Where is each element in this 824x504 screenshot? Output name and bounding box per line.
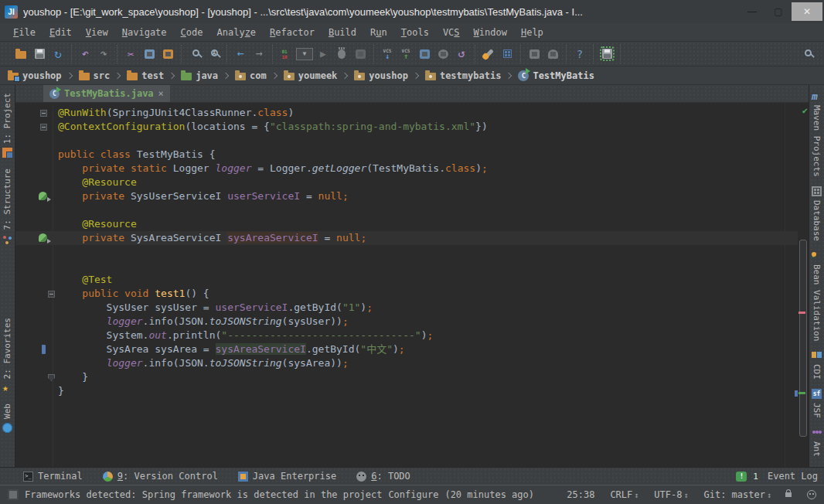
code-line[interactable]: @Resource (15, 217, 798, 231)
code-line[interactable]: @RunWith(SpringJUnit4ClassRunner.class) (15, 106, 798, 120)
tab-testmybatis[interactable]: C TestMyBatis.java × (43, 85, 170, 102)
breadcrumb-testmybatis[interactable]: testmybatis (424, 70, 502, 81)
open-button[interactable] (12, 45, 30, 63)
tool-stripe-1-project[interactable]: 1: Project (2, 93, 12, 158)
tool-stripe-database[interactable]: Database (812, 186, 822, 241)
code-area[interactable]: @RunWith(SpringJUnit4ClassRunner.class)@… (15, 103, 798, 467)
breadcrumb-TestMyBatis[interactable]: CTestMyBatis (516, 70, 595, 81)
event-log-button[interactable]: !1Event Log (736, 471, 818, 482)
synchronize-button[interactable]: ↻ (49, 45, 67, 63)
tool-stripe-web[interactable]: Web (2, 404, 12, 433)
menu-code[interactable]: Code (174, 26, 210, 39)
menu-vcs[interactable]: VCS (436, 26, 467, 39)
back-button[interactable]: ← (231, 45, 250, 63)
copy-button[interactable] (140, 45, 158, 63)
line-separator-widget[interactable]: CRLF↕ (610, 489, 638, 500)
code-line[interactable]: System.out.println("--------------------… (15, 329, 798, 342)
toolwindow-button-6-todo[interactable]: 6: TODO (356, 471, 410, 482)
code-line[interactable]: logger.info(JSON.toJSONString(sysArea)); (15, 356, 798, 370)
toolwindow-button-9-version-control[interactable]: 9: Version Control (103, 471, 218, 482)
encoding-widget[interactable]: UTF-8↕ (654, 489, 688, 500)
toolwindow-button-terminal[interactable]: >_Terminal (23, 471, 83, 482)
tool-stripe-cdi[interactable]: CDI (812, 350, 822, 380)
tool-stripe-bean-validation[interactable]: ✓Bean Validation (812, 250, 822, 341)
code-line[interactable]: logger.info(JSON.toJSONString(sysUser)); (15, 315, 798, 329)
redo-button[interactable]: ↷ (94, 45, 113, 63)
toolwindow-button-java-enterprise[interactable]: Java Enterprise (238, 471, 336, 482)
menu-view[interactable]: View (79, 26, 115, 39)
paste-button[interactable] (158, 45, 177, 63)
help-button[interactable]: ? (570, 45, 589, 63)
caret-position-widget[interactable]: 25:38 (567, 489, 594, 500)
save-button[interactable] (30, 45, 49, 63)
close-button[interactable]: ✕ (792, 2, 822, 21)
error-stripe-mark[interactable] (798, 312, 805, 314)
breadcrumb-com[interactable]: com (233, 70, 268, 81)
code-line[interactable]: @Test (15, 273, 798, 287)
find-button[interactable] (186, 45, 204, 63)
tool-stripe-ant[interactable]: Ant (812, 427, 822, 457)
breadcrumb-youshop[interactable]: youshop (6, 70, 63, 81)
fold-marker-icon[interactable] (40, 124, 47, 131)
forward-button[interactable]: → (250, 45, 268, 63)
code-line[interactable] (15, 203, 798, 217)
tab-close-icon[interactable]: × (158, 88, 164, 99)
menu-window[interactable]: Window (467, 26, 514, 39)
breadcrumb-src[interactable]: src (77, 70, 112, 81)
run-configurations-button[interactable]: ▼ (295, 45, 314, 63)
menu-refactor[interactable]: Refactor (263, 26, 322, 39)
menu-file[interactable]: File (6, 26, 43, 39)
code-line[interactable] (15, 134, 798, 148)
tool-stripe-2-favorites[interactable]: 2: Favorites★ (2, 318, 12, 393)
code-line[interactable]: public class TestMyBatis { (15, 148, 798, 162)
code-line[interactable]: public void test1() { (15, 287, 798, 301)
plugin-update-button[interactable] (598, 45, 616, 63)
code-line[interactable]: @Resource (15, 175, 798, 189)
code-line[interactable]: private SysUserServiceI userServiceI = n… (15, 189, 798, 203)
settings-button[interactable] (479, 45, 498, 63)
menu-help[interactable]: Help (514, 26, 550, 39)
breadcrumb-java[interactable]: java (179, 70, 220, 81)
scrollbar-thumb[interactable] (799, 240, 807, 437)
search-everywhere-button[interactable] (798, 45, 816, 63)
breadcrumb-test[interactable]: test (125, 70, 165, 81)
menu-build[interactable]: Build (322, 26, 363, 39)
compare-button[interactable]: 0110 (277, 45, 295, 63)
code-editor[interactable]: @RunWith(SpringJUnit4ClassRunner.class)@… (15, 103, 809, 467)
code-line[interactable]: SysArea sysArea = sysAreaServiceI.getByI… (15, 342, 798, 356)
sdk-manager-button[interactable] (525, 45, 543, 63)
fold-marker-icon[interactable] (48, 291, 55, 298)
tool-stripe-7-structure[interactable]: 7: Structure (2, 169, 12, 243)
error-stripe-mark[interactable] (798, 392, 805, 394)
editor-scrollbar[interactable]: ✔ (798, 103, 809, 467)
menu-edit[interactable]: Edit (43, 26, 79, 39)
run-button[interactable]: ▶ (314, 45, 332, 63)
code-line[interactable]: private static Logger logger = Logger.ge… (15, 162, 798, 175)
fold-end-marker-icon[interactable] (48, 374, 55, 381)
code-line[interactable]: } (15, 384, 798, 398)
commit-changes-button[interactable]: VCS↑ (397, 45, 415, 63)
project-structure-button[interactable] (498, 45, 516, 63)
vcs-branch-widget[interactable]: Git: master↕ (703, 489, 771, 500)
rollback-button[interactable]: ↺ (452, 45, 471, 63)
spring-bean-icon[interactable] (39, 192, 47, 200)
configure-link[interactable]: Configure (388, 489, 438, 500)
cut-button[interactable]: ✂ (121, 45, 140, 63)
breadcrumb-youshop[interactable]: youshop (352, 70, 410, 81)
device-manager-button[interactable] (543, 45, 562, 63)
replace-button[interactable] (204, 45, 223, 63)
restore-version-button[interactable] (434, 45, 452, 63)
error-stripe-mark[interactable] (795, 390, 798, 397)
menu-run[interactable]: Run (363, 26, 394, 39)
coverage-button[interactable] (351, 45, 369, 63)
code-line[interactable] (15, 245, 798, 259)
readonly-lock-icon[interactable] (785, 492, 792, 497)
minimize-button[interactable]: — (739, 3, 765, 20)
debug-button[interactable] (332, 45, 351, 63)
tool-stripe-maven-projects[interactable]: mMaven Projects (812, 91, 822, 177)
undo-button[interactable]: ↶ (76, 45, 94, 63)
hector-inspector-icon[interactable] (807, 490, 816, 499)
breadcrumb-youmeek[interactable]: youmeek (282, 70, 339, 81)
menu-navigate[interactable]: Navigate (115, 26, 174, 39)
show-history-button[interactable] (415, 45, 434, 63)
